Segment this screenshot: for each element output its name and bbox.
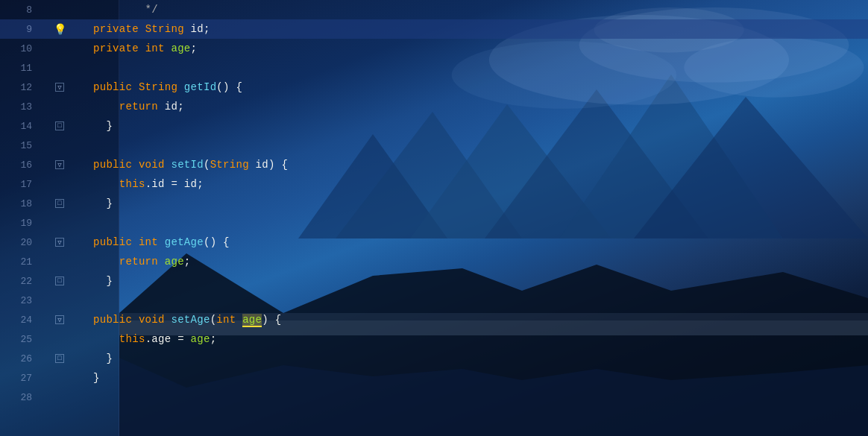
- type-string-3: String: [210, 159, 249, 171]
- code-line-21: 21 return age;: [0, 252, 868, 271]
- fold-icon-16[interactable]: ▽: [55, 160, 64, 169]
- code-line-11: 11: [0, 58, 868, 78]
- code-content-24: public void setAge(int age) {: [78, 310, 281, 329]
- param-age-highlight: age: [242, 314, 262, 327]
- line-number-19: 19: [0, 218, 41, 229]
- gutter-26: □: [41, 354, 78, 363]
- code-line-16: 16 ▽ public void setId(String id) {: [0, 155, 868, 174]
- code-line-18: 18 □ }: [0, 194, 868, 213]
- code-content-27: }: [78, 368, 100, 388]
- line-number-28: 28: [0, 392, 41, 403]
- code-content-20: public int getAge() {: [78, 233, 230, 252]
- paren-open: (: [204, 159, 210, 171]
- comment-text: */: [132, 4, 158, 16]
- method-getAge: getAge: [165, 236, 204, 248]
- code-line-26: 26 □ }: [0, 349, 868, 368]
- closing-brace-4: }: [93, 353, 113, 364]
- kw-void-2: void: [139, 314, 165, 326]
- code-content-21: return age;: [78, 252, 191, 271]
- code-content-22: }: [78, 271, 113, 291]
- fold-icon-20[interactable]: ▽: [55, 238, 64, 247]
- line-number-24: 24: [0, 315, 41, 326]
- semicolon: ;: [191, 42, 198, 54]
- fold-icon-26[interactable]: □: [55, 354, 64, 363]
- line-number-11: 11: [0, 63, 41, 74]
- code-line-28: 28: [0, 388, 868, 407]
- line-number-25: 25: [0, 334, 41, 345]
- type-int-2: int: [139, 236, 158, 248]
- fold-icon-18[interactable]: □: [55, 199, 64, 208]
- code-editor-overlay: 8 */ 9 💡 private String id; 10 private i…: [0, 0, 868, 436]
- line-number-20: 20: [0, 237, 41, 248]
- fold-icon-14[interactable]: □: [55, 121, 64, 130]
- kw-public: public: [93, 81, 132, 93]
- method-setAge: setAge: [171, 314, 210, 326]
- keyword-private-2: private: [93, 42, 139, 54]
- line-number-23: 23: [0, 295, 41, 306]
- code-line-14: 14 □ }: [0, 116, 868, 136]
- line-number-12: 12: [0, 82, 41, 93]
- plain-text: id;: [191, 23, 210, 35]
- type-string-2: String: [139, 81, 177, 93]
- assign-id: .id = id;: [145, 178, 204, 190]
- code-line-8: 8 */: [0, 0, 868, 19]
- gutter-9: 💡: [41, 23, 78, 36]
- line-number-14: 14: [0, 121, 41, 132]
- gutter-20: ▽: [41, 238, 78, 247]
- plain-id: id;: [158, 101, 184, 113]
- type-int: int: [145, 42, 165, 54]
- fold-icon-24[interactable]: ▽: [55, 315, 64, 324]
- var-age: age: [171, 42, 190, 54]
- method-setId: setId: [171, 159, 204, 171]
- code-content-17: this.id = id;: [78, 174, 204, 194]
- code-content-9: private String id;: [78, 19, 210, 39]
- code-content-25: this.age = age;: [78, 329, 216, 349]
- closing-brace-3: }: [93, 275, 113, 287]
- keyword-private: private: [93, 23, 139, 35]
- kw-this-2: this: [119, 333, 145, 345]
- gutter-16: ▽: [41, 160, 78, 169]
- semi-2: ;: [184, 256, 191, 268]
- code-line-17: 17 this.id = id;: [0, 174, 868, 194]
- type-int-3: int: [216, 314, 236, 326]
- fold-icon-12[interactable]: ▽: [55, 83, 64, 92]
- code-line-20: 20 ▽ public int getAge() {: [0, 233, 868, 252]
- kw-public-4: public: [93, 314, 132, 326]
- kw-this: this: [119, 178, 145, 190]
- line-number-17: 17: [0, 179, 41, 190]
- code-line-25: 25 this.age = age;: [0, 329, 868, 349]
- type-string: String: [145, 23, 184, 35]
- var-age-assign: age: [191, 333, 210, 345]
- class-closing-brace: }: [93, 372, 100, 384]
- code-content-13: return id;: [78, 97, 184, 116]
- code-content-14: }: [78, 116, 113, 136]
- closing-brace: }: [93, 120, 113, 132]
- fold-icon-22[interactable]: □: [55, 277, 64, 285]
- kw-return: return: [119, 101, 158, 113]
- line-number-27: 27: [0, 373, 41, 384]
- code-line-23: 23: [0, 291, 868, 310]
- method-getId: getId: [184, 81, 217, 93]
- line-number-22: 22: [0, 276, 41, 287]
- line-number-15: 15: [0, 140, 41, 151]
- gutter-24: ▽: [41, 315, 78, 324]
- line-number-13: 13: [0, 101, 41, 113]
- gutter-12: ▽: [41, 83, 78, 92]
- code-line-12: 12 ▽ public String getId() {: [0, 78, 868, 97]
- code-line-10: 10 private int age;: [0, 39, 868, 58]
- kw-void: void: [139, 159, 165, 171]
- code-line-9: 9 💡 private String id;: [0, 19, 868, 39]
- kw-public-2: public: [93, 159, 132, 171]
- paren-2: () {: [204, 236, 230, 248]
- gutter-22: □: [41, 277, 78, 285]
- line-number-10: 10: [0, 43, 41, 54]
- closing-brace-2: }: [93, 198, 113, 209]
- line-number-16: 16: [0, 159, 41, 171]
- code-line-15: 15: [0, 136, 868, 155]
- line-number-8: 8: [0, 4, 41, 16]
- code-line-27: 27 }: [0, 368, 868, 388]
- param-id: id) {: [249, 159, 288, 171]
- code-content-18: }: [78, 194, 113, 213]
- code-content-16: public void setId(String id) {: [78, 155, 288, 174]
- parens: () {: [216, 81, 242, 93]
